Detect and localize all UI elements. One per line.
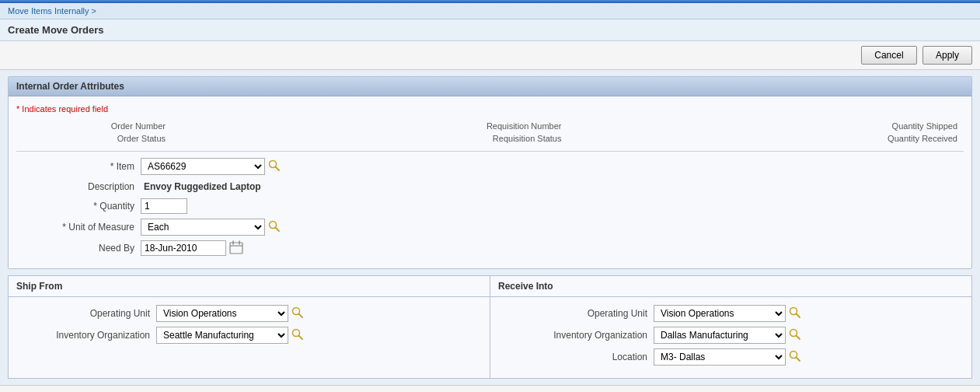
top-cancel-button[interactable]: Cancel	[861, 46, 916, 65]
ship-operating-unit-row: Operating Unit Vision Operations	[16, 305, 482, 322]
svg-line-1	[276, 167, 280, 171]
svg-line-3	[276, 228, 280, 232]
description-value: Envoy Ruggedized Laptop	[141, 180, 264, 194]
receive-inventory-org-row: Inventory Organization Dallas Manufactur…	[498, 327, 964, 344]
bottom-toolbar: Cancel Apply	[0, 385, 980, 392]
ship-receive-panel: Ship From Receive Into Operating Unit Vi…	[8, 275, 972, 379]
ship-inventory-org-search-icon[interactable]	[291, 328, 305, 342]
need-by-row: Need By	[16, 240, 964, 256]
svg-line-15	[797, 336, 800, 340]
receive-operating-unit-select[interactable]: Vision Operations	[654, 305, 786, 322]
page-title: Create Move Orders	[0, 19, 980, 41]
quantity-label: * Quantity	[16, 201, 141, 212]
svg-rect-4	[230, 243, 242, 254]
main-container: Cancel Apply Internal Order Attributes *…	[0, 41, 980, 392]
uom-row: * Unit of Measure Each	[16, 219, 964, 236]
ship-from-body: Operating Unit Vision Operations Invento…	[9, 297, 490, 378]
svg-line-17	[797, 358, 800, 362]
location-select[interactable]: M3- Dallas	[654, 348, 786, 366]
svg-line-11	[299, 336, 303, 340]
quantity-input[interactable]	[141, 198, 187, 214]
receive-into-header: Receive Into	[490, 276, 971, 296]
quantity-row: * Quantity	[16, 198, 964, 214]
ship-inventory-org-select[interactable]: Seattle Manufacturing	[156, 327, 288, 344]
receive-operating-unit-label: Operating Unit	[498, 308, 654, 319]
need-by-label: Need By	[16, 243, 141, 254]
svg-line-13	[797, 314, 800, 318]
item-select[interactable]: AS66629	[141, 158, 265, 175]
ship-receive-header: Ship From Receive Into	[9, 276, 971, 297]
breadcrumb-separator: >	[92, 6, 96, 16]
order-number-group: Order Number Order Status	[16, 120, 172, 145]
need-by-input[interactable]	[141, 240, 226, 256]
ship-inventory-org-label: Inventory Organization	[16, 330, 156, 341]
uom-search-icon[interactable]	[268, 220, 282, 234]
location-row: Location M3- Dallas	[498, 348, 964, 366]
receive-inventory-org-search-icon[interactable]	[789, 328, 803, 342]
ship-operating-unit-label: Operating Unit	[16, 308, 156, 319]
receive-inventory-org-select[interactable]: Dallas Manufacturing	[654, 327, 786, 344]
receive-into-body: Operating Unit Vision Operations Invento…	[490, 297, 971, 378]
uom-select[interactable]: Each	[141, 219, 265, 236]
item-search-icon[interactable]	[268, 159, 282, 173]
breadcrumb: Move Items Internally >	[0, 3, 980, 19]
ship-receive-body: Operating Unit Vision Operations Invento…	[9, 297, 971, 378]
uom-label: * Unit of Measure	[16, 222, 141, 233]
item-row: * Item AS66629	[16, 158, 964, 175]
ship-from-header: Ship From	[9, 276, 490, 296]
ship-operating-unit-select[interactable]: Vision Operations	[156, 305, 288, 322]
order-status-label: Order Status	[16, 132, 172, 145]
ship-inventory-org-row: Inventory Organization Seattle Manufactu…	[16, 327, 482, 344]
requisition-number-label: Requisition Number	[413, 120, 568, 132]
receive-inventory-org-label: Inventory Organization	[498, 330, 654, 341]
location-search-icon[interactable]	[789, 350, 803, 364]
order-number-label: Order Number	[16, 120, 172, 132]
internal-order-panel: Internal Order Attributes * Indicates re…	[8, 76, 972, 269]
breadcrumb-link[interactable]: Move Items Internally	[8, 6, 89, 16]
receive-operating-unit-search-icon[interactable]	[789, 306, 803, 320]
ship-operating-unit-search-icon[interactable]	[291, 306, 305, 320]
quantity-received-label: Quantity Received	[808, 132, 964, 145]
quantity-shipped-label: Quantity Shipped	[808, 120, 964, 132]
requisition-status-label: Requisition Status	[413, 132, 568, 145]
svg-line-9	[299, 314, 303, 318]
item-label: * Item	[16, 161, 141, 172]
requisition-group: Requisition Number Requisition Status	[413, 120, 568, 145]
description-label: Description	[16, 181, 141, 192]
top-toolbar: Cancel Apply	[0, 41, 980, 70]
divider-1	[16, 151, 964, 152]
calendar-icon[interactable]	[229, 240, 245, 256]
order-info-row: Order Number Order Status Requisition Nu…	[16, 120, 964, 145]
required-note: * Indicates required field	[16, 104, 964, 114]
description-row: Description Envoy Ruggedized Laptop	[16, 180, 964, 194]
internal-order-body: * Indicates required field Order Number …	[9, 96, 971, 268]
location-label: Location	[498, 352, 654, 362]
quantity-group: Quantity Shipped Quantity Received	[808, 120, 964, 145]
top-apply-button[interactable]: Apply	[922, 46, 972, 65]
receive-operating-unit-row: Operating Unit Vision Operations	[498, 305, 964, 322]
internal-order-header: Internal Order Attributes	[9, 77, 971, 96]
